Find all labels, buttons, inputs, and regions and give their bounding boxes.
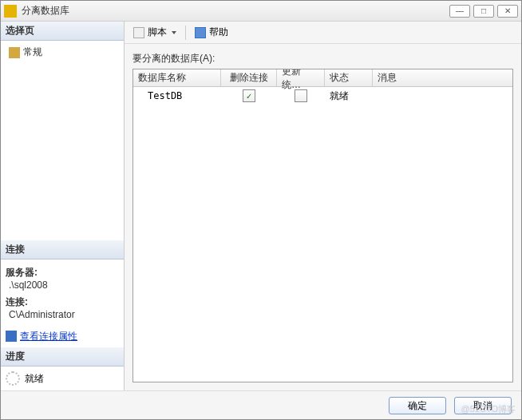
- server-label: 服务器:: [6, 266, 119, 279]
- main-panel: 脚本 帮助 要分离的数据库(A): 数据库名称 删除连接 更新统… 状态 消息: [125, 22, 521, 390]
- spinner-icon: [6, 371, 20, 386]
- cancel-button[interactable]: 取消: [454, 397, 512, 414]
- close-button[interactable]: ✕: [497, 5, 518, 18]
- select-page-section: 选择页 常规: [1, 22, 124, 240]
- connection-body: 服务器: .\sql2008 连接: C\Administrator 查看连接属…: [1, 260, 124, 348]
- properties-icon: [6, 331, 17, 342]
- server-value: .\sql2008: [6, 279, 119, 291]
- cell-update: [277, 87, 325, 105]
- connection-header: 连接: [1, 240, 124, 260]
- sidebar: 选择页 常规 连接 服务器: .\sql2008 连接: C\Administr…: [1, 22, 125, 390]
- sidebar-item-label: 常规: [23, 46, 42, 59]
- section-label: 要分离的数据库(A):: [132, 52, 513, 65]
- dialog-footer: 确定 取消: [1, 390, 521, 419]
- sidebar-item-general[interactable]: 常规: [6, 44, 119, 61]
- toolbar: 脚本 帮助: [125, 22, 521, 44]
- conn-value: C\Administrator: [6, 309, 119, 320]
- col-header-message[interactable]: 消息: [373, 69, 512, 86]
- database-grid: 数据库名称 删除连接 更新统… 状态 消息 TestDB ✓ 就绪: [132, 69, 513, 382]
- help-label: 帮助: [209, 26, 228, 39]
- help-button[interactable]: 帮助: [191, 23, 232, 42]
- cell-message: [373, 87, 512, 105]
- window-title: 分离数据库: [22, 4, 449, 18]
- maximize-button[interactable]: □: [473, 5, 494, 18]
- progress-status: 就绪: [25, 372, 44, 386]
- help-icon: [195, 27, 206, 38]
- script-button[interactable]: 脚本: [129, 23, 180, 42]
- view-connection-link[interactable]: 查看连接属性: [6, 330, 77, 343]
- col-header-name[interactable]: 数据库名称: [133, 69, 221, 86]
- select-page-header: 选择页: [1, 22, 124, 41]
- toolbar-separator: [185, 26, 186, 40]
- progress-body: 就绪: [1, 367, 124, 390]
- conn-label: 连接:: [6, 295, 119, 309]
- progress-header: 进度: [1, 347, 124, 367]
- script-label: 脚本: [148, 26, 167, 39]
- titlebar: 分离数据库 — □ ✕: [1, 1, 521, 22]
- table-row[interactable]: TestDB ✓ 就绪: [133, 87, 512, 105]
- app-icon: [4, 5, 17, 18]
- col-header-drop[interactable]: 删除连接: [221, 69, 277, 86]
- connection-section: 连接 服务器: .\sql2008 连接: C\Administrator 查看…: [1, 240, 124, 348]
- main-body: 要分离的数据库(A): 数据库名称 删除连接 更新统… 状态 消息 TestDB…: [125, 44, 521, 390]
- content-area: 选择页 常规 连接 服务器: .\sql2008 连接: C\Administr…: [1, 22, 521, 390]
- cell-status: 就绪: [325, 87, 373, 105]
- cell-name: TestDB: [133, 87, 221, 105]
- update-stats-checkbox[interactable]: [295, 89, 307, 102]
- grid-header: 数据库名称 删除连接 更新统… 状态 消息: [133, 69, 512, 87]
- chevron-down-icon: [172, 31, 176, 34]
- col-header-status[interactable]: 状态: [325, 69, 373, 86]
- progress-section: 进度 就绪: [1, 347, 124, 390]
- minimize-button[interactable]: —: [449, 5, 470, 18]
- ok-button[interactable]: 确定: [389, 397, 446, 414]
- window-buttons: — □ ✕: [449, 5, 518, 18]
- page-icon: [9, 47, 20, 58]
- drop-connections-checkbox[interactable]: ✓: [243, 89, 255, 102]
- script-icon: [133, 27, 144, 38]
- select-page-body: 常规: [1, 41, 124, 64]
- cell-drop: ✓: [221, 87, 277, 105]
- view-connection-label: 查看连接属性: [20, 330, 77, 343]
- col-header-update[interactable]: 更新统…: [277, 69, 325, 86]
